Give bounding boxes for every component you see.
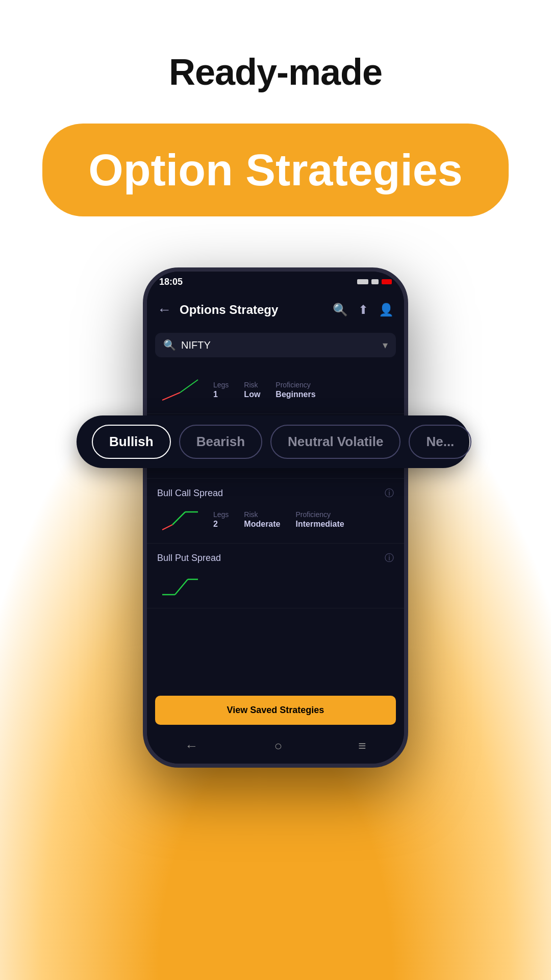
tab-bearish[interactable]: Bearish	[179, 425, 262, 459]
info-icon[interactable]: ⓘ	[385, 552, 394, 564]
page-wrapper: Ready-made Option Strategies 18:05	[0, 0, 551, 980]
tab-bullish[interactable]: Bullish	[92, 425, 171, 459]
strategy-list: Legs 1 Risk Low Proficiency Beginners	[147, 362, 404, 696]
strategy-item[interactable]: Legs 1 Risk Low Proficiency Beginners	[147, 366, 404, 414]
strategy-chart-1	[157, 375, 203, 405]
page-heading: Ready-made	[169, 51, 382, 93]
back-icon[interactable]: ←	[157, 302, 171, 318]
phone-frame: 18:05 ← Options Strategy 🔍 ⬆ 👤	[143, 267, 408, 768]
phone-screen: 18:05 ← Options Strategy 🔍 ⬆ 👤	[147, 272, 404, 764]
strategy-item[interactable]: Bull Put Spread ⓘ	[147, 544, 404, 608]
search-text: NIFTY	[181, 339, 378, 351]
strategy-chart-4	[157, 569, 203, 600]
svg-line-4	[162, 525, 172, 530]
dropdown-icon[interactable]: ▾	[383, 339, 388, 351]
tab-more[interactable]: Ne...	[409, 425, 471, 459]
svg-line-8	[175, 579, 188, 595]
option-strategies-badge: Option Strategies	[42, 124, 508, 216]
menu-nav-icon[interactable]: ≡	[358, 738, 366, 754]
status-icons	[357, 279, 392, 284]
phone-bottom-nav: ← ○ ≡	[147, 733, 404, 764]
strategy-meta-1: Legs 1 Risk Low Proficiency Beginners	[213, 381, 316, 399]
strategy-meta-3: Legs 2 Risk Moderate Proficiency Interme…	[213, 510, 344, 529]
floating-tab-bar: Bullish Bearish Neutral Volatile Ne...	[77, 415, 469, 468]
search-icon: 🔍	[163, 339, 176, 351]
battery-icon	[382, 279, 392, 284]
tab-neutral-volatile[interactable]: Neutral Volatile	[270, 425, 400, 459]
status-time: 18:05	[159, 277, 183, 287]
svg-line-5	[172, 512, 185, 525]
phone-mockup: 18:05 ← Options Strategy 🔍 ⬆ 👤	[143, 267, 408, 768]
search-bar[interactable]: 🔍 NIFTY ▾	[155, 333, 396, 357]
nav-actions: 🔍 ⬆ 👤	[333, 303, 394, 317]
share-icon[interactable]: ⬆	[358, 303, 368, 317]
strategy-chart-3	[157, 504, 203, 535]
info-icon[interactable]: ⓘ	[385, 487, 394, 499]
back-nav-icon[interactable]: ←	[185, 738, 198, 754]
search-nav-icon[interactable]: 🔍	[333, 303, 348, 317]
nav-bar: ← Options Strategy 🔍 ⬆ 👤	[147, 292, 404, 328]
home-nav-icon[interactable]: ○	[274, 738, 283, 754]
svg-line-1	[180, 380, 198, 393]
view-saved-strategies-button[interactable]: View Saved Strategies	[155, 696, 396, 725]
strategy-item[interactable]: Bull Call Spread ⓘ	[147, 479, 404, 544]
option-strategies-label: Option Strategies	[88, 144, 462, 196]
bottom-button-label: View Saved Strategies	[227, 705, 324, 715]
profile-icon[interactable]: 👤	[379, 303, 394, 317]
svg-line-0	[162, 393, 180, 400]
nav-title: Options Strategy	[180, 303, 324, 317]
wifi-icon	[371, 279, 379, 284]
signal-icon	[357, 279, 368, 284]
status-bar: 18:05	[147, 272, 404, 292]
